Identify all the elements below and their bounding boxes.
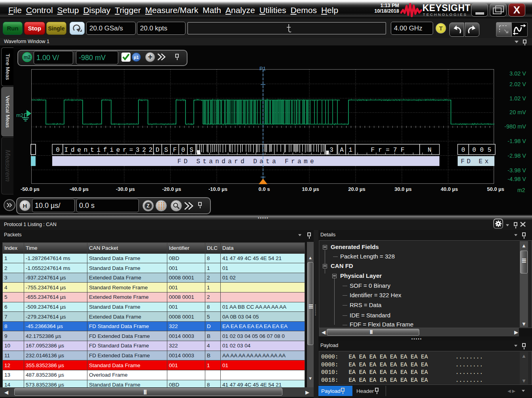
- svg-text:S: S: [164, 147, 168, 154]
- svg-text:A: A: [340, 147, 344, 154]
- svg-text:F: F: [173, 147, 177, 154]
- svg-text:3: 3: [329, 147, 333, 154]
- svg-text:0: 0: [461, 147, 465, 154]
- svg-text:N: N: [428, 147, 432, 154]
- svg-text:005: 005: [472, 147, 491, 154]
- svg-text:S: S: [189, 147, 193, 154]
- svg-text:1: 1: [348, 147, 352, 154]
- svg-text:D: D: [155, 147, 159, 154]
- svg-text:0: 0: [56, 147, 60, 154]
